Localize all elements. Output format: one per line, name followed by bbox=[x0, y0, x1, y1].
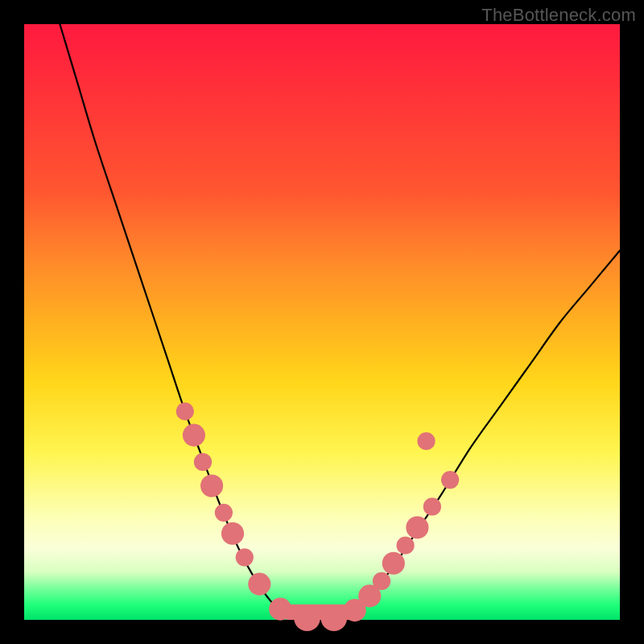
left-arm-marker bbox=[176, 402, 194, 420]
left-arm-marker bbox=[221, 522, 244, 545]
right-arm-marker bbox=[417, 432, 435, 450]
watermark-text: TheBottleneck.com bbox=[481, 5, 636, 26]
curve-left-arm bbox=[60, 24, 322, 619]
curve-right-arm bbox=[322, 250, 620, 619]
chart-frame: TheBottleneck.com bbox=[0, 0, 644, 644]
left-arm-marker bbox=[215, 504, 233, 522]
left-arm-marker bbox=[183, 424, 205, 447]
right-arm-marker bbox=[406, 516, 428, 539]
right-arm-marker bbox=[441, 471, 459, 489]
right-arm-marker bbox=[397, 536, 415, 554]
left-arm-marker bbox=[194, 453, 212, 471]
trough-marker bbox=[294, 605, 320, 632]
trough-marker bbox=[269, 598, 291, 621]
curve-group bbox=[60, 24, 620, 619]
left-arm-marker bbox=[200, 474, 223, 497]
right-arm-marker bbox=[382, 552, 405, 575]
left-arm-marker bbox=[236, 548, 254, 566]
right-arm-marker bbox=[423, 497, 441, 515]
trough-marker bbox=[321, 605, 348, 632]
chart-overlay bbox=[24, 24, 620, 620]
left-arm-marker bbox=[248, 573, 270, 596]
marker-group bbox=[176, 402, 460, 631]
right-arm-marker bbox=[373, 572, 390, 590]
